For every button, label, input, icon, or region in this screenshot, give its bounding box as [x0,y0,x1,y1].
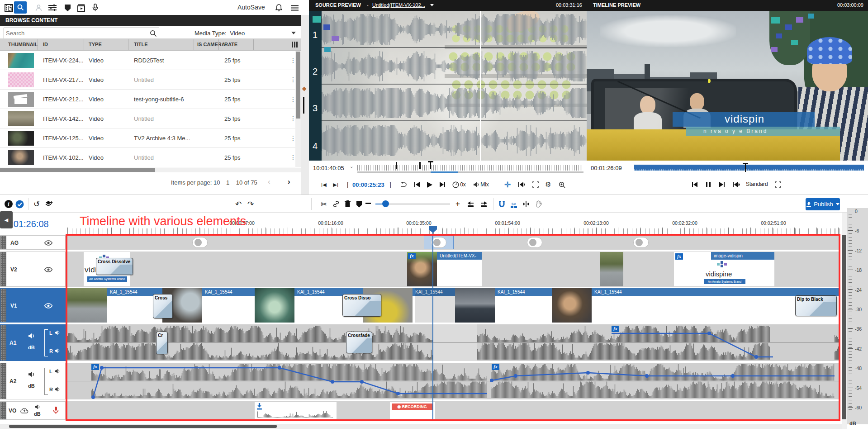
column-header-type[interactable]: TYPE [89,38,102,51]
column-header-is-camera[interactable]: IS CAMERA [197,38,225,51]
timeline-scrub-bar[interactable] [634,165,864,171]
info-button[interactable]: i [4,199,14,209]
goto-icon[interactable] [398,180,408,190]
user-tool-icon[interactable] [33,2,44,14]
archive-video-icon[interactable] [75,2,87,14]
timeline-scrub-playhead[interactable] [745,163,746,172]
next-clip-button[interactable] [437,180,447,190]
track-db-label[interactable]: dB [34,411,41,417]
track-mute-icon[interactable] [35,404,41,409]
media-browser-icon[interactable] [3,2,14,14]
zoom-in-button[interactable]: + [454,199,462,209]
quality-selector[interactable]: Standard [746,181,768,187]
zoom-slider[interactable] [375,204,450,204]
track-db-label[interactable]: dB [28,383,35,389]
channel-r-mute-icon[interactable] [55,348,61,353]
media-type-filter[interactable]: Media Type: Video [194,30,245,37]
source-video-frame[interactable]: 1234 [309,11,587,161]
timeline-vertical-scrollbar[interactable] [842,213,847,429]
channel-l-mute-icon[interactable] [55,330,61,335]
menu-hamburger-icon[interactable] [289,2,300,14]
razor-all-button[interactable]: ✂ [509,199,519,209]
settings-sliders-icon[interactable] [47,2,58,14]
timeline-horizontal-scrollbar[interactable] [0,424,842,429]
source-clip-caret-icon[interactable] [430,4,434,6]
settings-gear-icon[interactable]: ⚙ [543,180,553,190]
approve-button[interactable] [14,199,24,209]
audio-mix-button[interactable]: Mix [471,180,492,190]
track-visibility-icon[interactable] [44,303,53,309]
add-layer-icon[interactable] [43,199,54,209]
search-icon[interactable] [150,30,157,37]
column-header-title[interactable]: TITLE [134,38,148,51]
track-header-a2[interactable]: A2 dB L R [0,363,66,399]
media-row[interactable]: ITEM-VX-224...VideoRDD25Test25 fps⋮ [0,51,301,70]
marker-button[interactable] [354,199,364,209]
track-db-label[interactable]: dB [28,345,35,350]
source-scrub-track[interactable] [357,171,583,173]
tl-fullscreen-button[interactable] [773,180,783,190]
column-settings-icon[interactable] [290,41,299,48]
media-row[interactable]: ITEM-VX-102...VideoUntitled25 fps⋮ [0,148,301,167]
search-input[interactable] [6,28,146,38]
record-mic-icon[interactable] [53,406,59,415]
source-current-timecode[interactable]: 10:01:40:05 [313,165,344,171]
track-drag-handle[interactable] [0,236,6,249]
notifications-bell-icon[interactable] [273,2,284,14]
cut-button[interactable]: ✂ [319,199,329,209]
zoom-button[interactable] [557,180,567,190]
column-header-id[interactable]: ID [43,38,48,51]
step-back-frame-button[interactable]: [◀ [319,180,329,190]
tl-pause-button[interactable] [703,180,713,190]
browse-horizontal-scrollbar[interactable] [0,168,301,172]
browse-vertical-scrollbar[interactable] [295,51,301,167]
track-drag-handle[interactable] [0,402,6,419]
microphone-tool-icon[interactable] [89,2,101,14]
media-row[interactable]: ITEM-VX-125...VideoTV2 Archive 4:3 Me...… [0,128,301,148]
column-header-rate[interactable]: RATE [224,38,237,51]
search-tool-button[interactable] [14,1,27,14]
prev-clip-button[interactable] [412,180,422,190]
loop-audio-button[interactable] [516,180,528,190]
track-drag-handle[interactable] [0,363,6,399]
track-header-ag[interactable]: AG [0,235,66,250]
zoom-out-button[interactable] [365,203,371,204]
track-header-v1[interactable]: V1 [0,288,66,323]
tl-mute-button[interactable] [730,180,742,190]
play-button[interactable] [425,180,435,190]
track-mute-icon[interactable] [28,333,35,339]
media-row[interactable]: ITEM-VX-142...VideoUntitled25 fps⋮ [0,109,301,128]
track-drag-handle[interactable] [0,252,6,286]
track-header-a1[interactable]: A1 dB L R [0,324,66,361]
fullscreen-button[interactable] [531,180,541,190]
track-visibility-icon[interactable] [44,267,53,272]
io-bracket-left[interactable]: [ [347,181,349,188]
tl-next-clip-button[interactable] [717,180,727,190]
redo-button[interactable]: ↷ [246,199,256,209]
source-clip-selector[interactable]: Untitled(ITEM-VX-102... [372,2,425,8]
snap-magnet-button[interactable] [497,199,507,209]
reset-icon[interactable]: ↺ [32,199,42,209]
out-marker[interactable] [419,162,421,169]
items-per-page-label[interactable]: Items per page: 10 [171,179,220,186]
jump-in-button[interactable] [465,199,476,209]
media-type-caret-icon[interactable] [291,32,296,34]
trim-tool-button[interactable] [521,199,531,209]
in-marker[interactable] [396,162,397,169]
scrub-playhead[interactable] [430,161,431,169]
delete-button[interactable] [342,199,352,209]
add-marker-button[interactable]: ✛ [503,180,512,190]
undo-button[interactable]: ↶ [233,199,243,209]
track-header-v2[interactable]: V2 [0,252,66,287]
source-scrub-ticks[interactable] [357,165,583,171]
speed-indicator[interactable]: 0x [450,180,468,190]
media-row[interactable]: ITEM-VX-212...Videotest-yong-subtitle-62… [0,90,301,109]
track-drag-handle[interactable] [0,325,6,361]
tl-prev-clip-button[interactable] [690,180,700,190]
hand-tool-button[interactable] [534,199,544,209]
panel-splitter[interactable] [301,15,309,195]
channel-r-mute-icon[interactable] [55,387,61,392]
next-page-button[interactable]: › [288,177,290,186]
timeline-video-frame[interactable]: vidispin n rva o y e Brand [587,11,868,161]
unlink-button[interactable] [331,199,341,209]
